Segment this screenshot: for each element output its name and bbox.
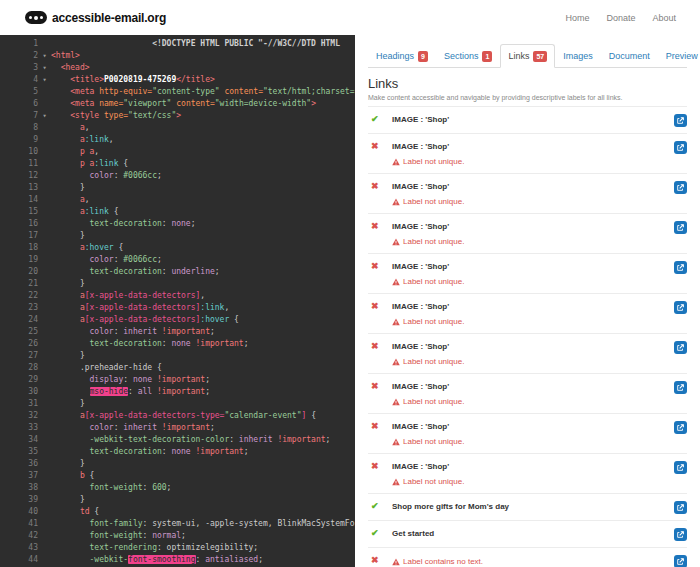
fold-arrow-icon[interactable] <box>38 206 51 218</box>
fold-arrow-icon[interactable] <box>38 230 51 242</box>
fold-arrow-icon[interactable] <box>38 194 51 206</box>
open-link-button[interactable] <box>674 261 687 274</box>
fold-arrow-icon[interactable] <box>38 254 51 266</box>
code-line: 42 font-weight: normal; <box>0 530 355 542</box>
tab-headings[interactable]: Headings9 <box>368 44 436 68</box>
open-link-button[interactable] <box>674 461 687 474</box>
fold-arrow-icon[interactable] <box>38 290 51 302</box>
fold-arrow-icon[interactable] <box>38 326 51 338</box>
nav-link-donate[interactable]: Donate <box>606 13 635 23</box>
fold-arrow-icon[interactable] <box>38 494 51 506</box>
fold-arrow-icon[interactable] <box>38 314 51 326</box>
open-link-button[interactable] <box>674 341 687 354</box>
fold-arrow-icon[interactable] <box>38 302 51 314</box>
code-editor[interactable]: 1 <!DOCTYPE HTML PUBLIC "-//W3C//DTD HTM… <box>0 35 355 567</box>
link-row-body: IMAGE : 'Shop'Label not unique. <box>392 341 674 367</box>
code-line: 43 text-rendering: optimizelegibility; <box>0 542 355 554</box>
fold-arrow-icon[interactable] <box>38 434 51 446</box>
tab-document[interactable]: Document <box>601 44 658 68</box>
fold-arrow-icon[interactable] <box>38 218 51 230</box>
link-label: IMAGE : 'Shop' <box>392 181 674 193</box>
open-link-button[interactable] <box>674 528 687 541</box>
fold-arrow-icon[interactable]: ▾ <box>38 74 51 86</box>
fold-arrow-icon[interactable] <box>38 554 51 566</box>
fold-arrow-icon[interactable] <box>38 134 51 146</box>
tab-links[interactable]: Links57 <box>500 44 555 68</box>
tab-preview[interactable]: Preview <box>658 44 700 68</box>
fold-arrow-icon[interactable] <box>38 458 51 470</box>
line-number: 6 <box>0 98 38 110</box>
brand[interactable]: accessible-email.org <box>25 11 166 25</box>
x-icon: ✖ <box>368 261 392 272</box>
fold-arrow-icon[interactable] <box>38 506 51 518</box>
fold-arrow-icon[interactable] <box>38 338 51 350</box>
line-number: 3 <box>0 62 38 74</box>
link-label: IMAGE : 'Shop' <box>392 301 674 313</box>
link-row: ✖IMAGE : 'Shop'Label not unique. <box>368 294 687 334</box>
line-number: 29 <box>0 374 38 386</box>
fold-arrow-icon[interactable] <box>38 422 51 434</box>
code-text: a:link { <box>51 206 118 218</box>
fold-arrow-icon[interactable] <box>38 38 51 50</box>
open-link-button[interactable] <box>674 141 687 154</box>
open-link-button[interactable] <box>674 381 687 394</box>
link-row-body: IMAGE : 'Shop'Label not unique. <box>392 421 674 447</box>
main-split: 1 <!DOCTYPE HTML PUBLIC "-//W3C//DTD HTM… <box>0 35 700 567</box>
open-link-button[interactable] <box>674 221 687 234</box>
open-link-button[interactable] <box>674 555 687 567</box>
fold-arrow-icon[interactable] <box>38 266 51 278</box>
line-number: 35 <box>0 446 38 458</box>
fold-arrow-icon[interactable] <box>38 386 51 398</box>
fold-arrow-icon[interactable] <box>38 278 51 290</box>
nav-link-about[interactable]: About <box>652 13 676 23</box>
open-link-button[interactable] <box>674 301 687 314</box>
fold-arrow-icon[interactable] <box>38 146 51 158</box>
tab-sections[interactable]: Sections1 <box>436 44 500 68</box>
fold-arrow-icon[interactable] <box>38 542 51 554</box>
code-text: .preheader-hide { <box>51 362 162 374</box>
open-link-button[interactable] <box>674 181 687 194</box>
fold-arrow-icon[interactable] <box>38 350 51 362</box>
fold-arrow-icon[interactable] <box>38 86 51 98</box>
open-link-button[interactable] <box>674 421 687 434</box>
fold-arrow-icon[interactable] <box>38 446 51 458</box>
fold-arrow-icon[interactable] <box>38 518 51 530</box>
fold-arrow-icon[interactable] <box>38 98 51 110</box>
fold-arrow-icon[interactable] <box>38 182 51 194</box>
link-label: IMAGE : 'Shop' <box>392 221 674 233</box>
fold-arrow-icon[interactable] <box>38 362 51 374</box>
fold-arrow-icon[interactable]: ▾ <box>38 50 51 62</box>
fold-arrow-icon[interactable] <box>38 398 51 410</box>
open-link-button[interactable] <box>674 501 687 514</box>
tab-images[interactable]: Images <box>555 44 601 68</box>
fold-arrow-icon[interactable]: ▾ <box>38 110 51 122</box>
nav-link-home[interactable]: Home <box>565 13 589 23</box>
link-warning: Label contains no text. <box>392 556 674 567</box>
fold-arrow-icon[interactable] <box>38 482 51 494</box>
code-text: <html> <box>51 50 80 62</box>
fold-arrow-icon[interactable] <box>38 170 51 182</box>
fold-arrow-icon[interactable] <box>38 158 51 170</box>
warning-triangle-icon <box>392 198 400 206</box>
code-line: 18 a:hover { <box>0 242 355 254</box>
fold-arrow-icon[interactable] <box>38 530 51 542</box>
fold-arrow-icon[interactable] <box>38 374 51 386</box>
warning-triangle-icon <box>392 558 400 566</box>
code-text: a[x-apple-data-detectors]:link, <box>51 302 229 314</box>
fold-arrow-icon[interactable] <box>38 410 51 422</box>
fold-arrow-icon[interactable]: ▾ <box>38 62 51 74</box>
tab-count-badge: 9 <box>418 51 428 62</box>
code-text: } <box>51 182 85 194</box>
open-link-button[interactable] <box>674 114 687 127</box>
code-text: color: inherit !important; <box>51 326 215 338</box>
fold-arrow-icon[interactable] <box>38 122 51 134</box>
fold-arrow-icon[interactable] <box>38 242 51 254</box>
link-label: IMAGE : 'Shop' <box>392 114 674 126</box>
link-row: ✔IMAGE : 'Shop' <box>368 107 687 134</box>
code-text: } <box>51 494 85 506</box>
tab-label: Links <box>508 51 529 61</box>
fold-arrow-icon[interactable] <box>38 470 51 482</box>
line-number: 12 <box>0 170 38 182</box>
link-warning: Label not unique. <box>392 396 674 407</box>
code-text: a[x-apple-data-detectors-type="calendar-… <box>51 410 316 422</box>
